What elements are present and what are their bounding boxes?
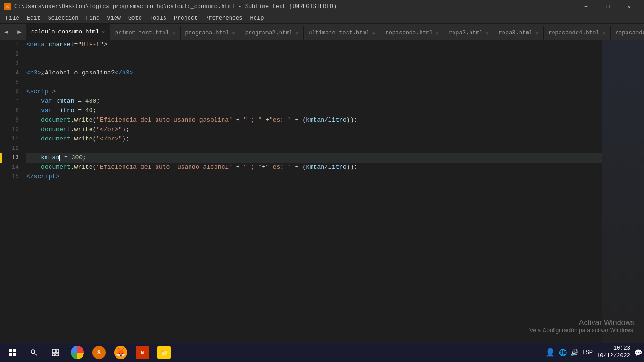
svg-rect-0	[9, 349, 12, 352]
taskbar-time: 10:23	[596, 345, 630, 353]
svg-line-5	[35, 354, 37, 356]
line-num-1: 1	[2, 40, 19, 49]
editor-container: 1 2 3 4 5 6 7 8 9 10 11 12 13 14 15 <met…	[0, 40, 644, 351]
svg-rect-3	[13, 353, 16, 356]
tab-close-repasando[interactable]: ✕	[436, 30, 439, 36]
tab-close-programa2[interactable]: ✕	[296, 30, 299, 36]
search-taskbar-button[interactable]	[24, 343, 44, 362]
menu-find[interactable]: Find	[82, 14, 103, 23]
code-line-4: <h3>¿Alcohol o gasolina?</h3>	[26, 68, 602, 78]
tab-close-primer[interactable]: ✕	[172, 30, 175, 36]
code-line-10: document.write("</br>");	[26, 125, 602, 134]
taskbar-user-icon[interactable]: 👤	[545, 348, 555, 357]
code-line-1: <meta charset="UTF-8">	[26, 40, 602, 49]
code-line-14: document.write("Eficiencia del auto usan…	[26, 163, 602, 172]
tab-close-repa2[interactable]: ✕	[486, 30, 489, 36]
menu-selection[interactable]: Selection	[44, 14, 83, 23]
svg-rect-2	[9, 353, 12, 356]
taskbar-datetime[interactable]: 10:23 10/12/2022	[596, 345, 630, 360]
code-line-5	[26, 78, 602, 87]
code-line-15: </script>	[26, 172, 602, 181]
files-app[interactable]: 📁	[154, 343, 174, 362]
code-line-8: var litro = 40;	[26, 106, 602, 115]
tab-ultimate-test[interactable]: ultimate_test.html ✕	[304, 26, 380, 40]
activate-line1: Activar Windows	[529, 319, 635, 327]
line-num-8: 8	[2, 106, 19, 115]
menu-help[interactable]: Help	[247, 14, 268, 23]
task-view-button[interactable]	[45, 343, 66, 362]
tab-primer-test[interactable]: primer_test.html ✕	[110, 26, 181, 40]
svg-rect-7	[57, 349, 59, 353]
svg-rect-6	[52, 349, 56, 353]
taskbar-right: 👤 🌐 🔊 ESP 10:23 10/12/2022 💬	[545, 345, 642, 360]
menu-project[interactable]: Project	[170, 14, 201, 23]
tab-close-programa[interactable]: ✕	[232, 30, 235, 36]
line-num-4: 4	[2, 68, 19, 78]
line-num-11: 11	[2, 134, 19, 144]
sublime-app[interactable]: S	[89, 343, 109, 362]
svg-rect-8	[52, 354, 55, 356]
title-bar: S C:\Users\user\Desktop\logica programac…	[0, 0, 644, 13]
tab-label: calculo_consumo.html	[31, 29, 99, 35]
menu-file[interactable]: File	[2, 14, 23, 23]
start-button[interactable]	[2, 343, 23, 362]
code-area[interactable]: <meta charset="UTF-8"> <h3>¿Alcohol o ga…	[23, 40, 602, 351]
tab-programa[interactable]: programa.html ✕	[181, 26, 240, 40]
taskbar-network-icon[interactable]: 🌐	[559, 349, 567, 357]
line-num-14: 14	[2, 163, 19, 172]
minimize-button[interactable]: ─	[575, 0, 597, 13]
tab-label: repa2.html	[449, 30, 483, 36]
menu-preferences[interactable]: Preferences	[201, 14, 246, 23]
tab-close-repasando4[interactable]: ✕	[602, 30, 605, 36]
code-line-3	[26, 59, 602, 68]
line-num-15: 15	[2, 172, 19, 181]
firefox-app[interactable]: 🦊	[110, 343, 131, 362]
activate-line2: Ve a Configuración para activar Windows.	[529, 327, 635, 334]
taskbar-volume-icon[interactable]: 🔊	[570, 349, 578, 357]
app-icon: S	[4, 3, 11, 10]
code-line-9: document.write("Eficiencia del auto usan…	[26, 115, 602, 125]
line-numbers: 1 2 3 4 5 6 7 8 9 10 11 12 13 14 15	[2, 40, 23, 351]
taskbar: S 🦊 N 📁 👤 🌐 🔊 ESP 10:23 10/12/2022 💬	[0, 343, 644, 362]
line-num-9: 9	[2, 115, 19, 125]
line-num-5: 5	[2, 78, 19, 87]
tab-label: programa2.html	[245, 30, 293, 36]
tab-repa2[interactable]: repa2.html ✕	[444, 26, 494, 40]
tab-repasando[interactable]: repasando.html ✕	[380, 26, 444, 40]
tab-close-repa3[interactable]: ✕	[536, 30, 539, 36]
chrome-app[interactable]	[67, 343, 88, 362]
menu-edit[interactable]: Edit	[23, 14, 44, 23]
line-num-13: 13	[2, 153, 19, 163]
tab-close-calculo[interactable]: ✕	[102, 29, 105, 35]
line-num-3: 3	[2, 59, 19, 68]
tab-label: programa.html	[185, 30, 230, 36]
code-line-12	[26, 144, 602, 153]
tab-label: repasando5.html	[615, 30, 644, 36]
close-button[interactable]: ✕	[619, 0, 640, 13]
tab-label: ultimate_test.html	[308, 30, 370, 36]
maximize-button[interactable]: □	[597, 0, 619, 13]
tab-repasando5[interactable]: repasando5.html ✕	[611, 26, 644, 40]
tab-calculo-consumo[interactable]: calculo_consumo.html ✕	[26, 24, 110, 40]
code-line-11: document.write("</br>");	[26, 134, 602, 144]
tab-repasando4[interactable]: repasando4.html ✕	[544, 26, 611, 40]
tab-programa2[interactable]: programa2.html ✕	[240, 26, 304, 40]
tab-nav-right[interactable]: ▶	[13, 24, 26, 40]
line-num-10: 10	[2, 125, 19, 134]
tab-close-ultimate[interactable]: ✕	[372, 30, 376, 36]
menu-view[interactable]: View	[103, 14, 124, 23]
activate-windows-watermark: Activar Windows Ve a Configuración para …	[529, 319, 635, 334]
taskbar-language[interactable]: ESP	[582, 349, 593, 356]
code-line-13: kmtan = 300;	[26, 153, 602, 163]
code-line-7: var kmtan = 480;	[26, 97, 602, 106]
tab-nav-left[interactable]: ◀	[0, 24, 13, 40]
menu-tools[interactable]: Tools	[146, 14, 170, 23]
taskbar-left: S 🦊 N 📁	[2, 343, 174, 362]
taskbar-date: 10/12/2022	[596, 353, 630, 360]
line-num-2: 2	[2, 49, 19, 59]
menu-goto[interactable]: Goto	[124, 14, 146, 23]
taskbar-notification-icon[interactable]: 💬	[634, 349, 642, 357]
tab-repa3[interactable]: repa3.html ✕	[494, 26, 544, 40]
tab-label: repasando.html	[385, 30, 433, 36]
notification-app[interactable]: N	[132, 343, 153, 362]
